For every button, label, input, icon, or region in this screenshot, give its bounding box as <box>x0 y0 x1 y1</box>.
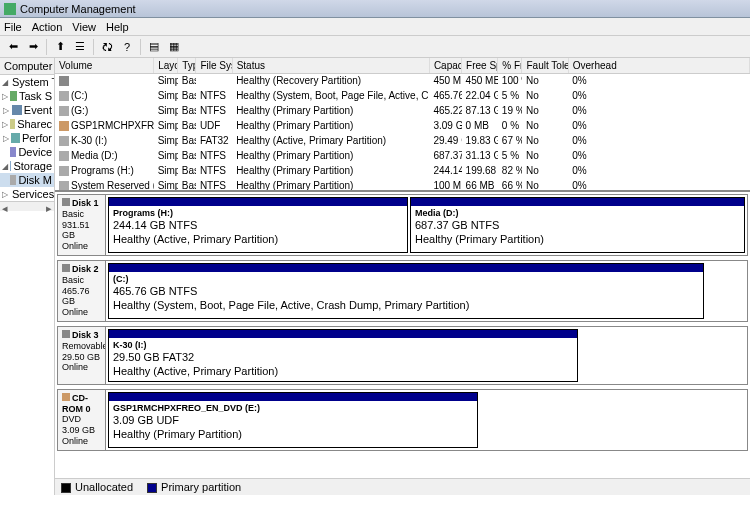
partition[interactable]: (C:)465.76 GB NTFSHealthy (System, Boot,… <box>108 263 704 319</box>
col-header[interactable]: Status <box>232 58 429 73</box>
tree-node[interactable]: ▷Event <box>0 103 54 117</box>
partition-status: Healthy (Primary Partition) <box>415 233 544 245</box>
node-icon <box>10 161 11 171</box>
partition-title: GSP1RMCHPXFREO_EN_DVD (E:) <box>113 403 260 413</box>
volume-icon <box>59 166 69 176</box>
view2-button[interactable]: ▦ <box>165 38 183 56</box>
partition[interactable]: K-30 (I:)29.50 GB FAT32Healthy (Active, … <box>108 329 578 382</box>
menu-action[interactable]: Action <box>32 21 63 33</box>
partition-size: 465.76 GB NTFS <box>113 285 197 297</box>
nav-tree[interactable]: Computer Ma ◢System To▷Task S▷Event▷Shar… <box>0 58 55 495</box>
tree-node[interactable]: ▷Services a <box>0 187 54 201</box>
volume-grid[interactable]: VolumeLayoutTypeFile SystemStatusCapacit… <box>55 58 750 190</box>
disk-header[interactable]: Disk 2Basic465.76 GBOnline <box>58 261 106 321</box>
node-label: Sharec <box>17 118 52 130</box>
menu-file[interactable]: File <box>4 21 22 33</box>
menu-view[interactable]: View <box>72 21 96 33</box>
menu-bar: File Action View Help <box>0 18 750 36</box>
volume-icon <box>59 91 69 101</box>
help-button[interactable]: ? <box>118 38 136 56</box>
node-label: Task S <box>19 90 52 102</box>
col-header[interactable]: % Free <box>498 58 522 73</box>
col-header[interactable]: File System <box>196 58 232 73</box>
col-header[interactable]: Layout <box>154 58 178 73</box>
volume-row[interactable]: (G:)SimpleBasicNTFSHealthy (Primary Part… <box>55 103 750 118</box>
disk-header[interactable]: CD-ROM 0DVD3.09 GBOnline <box>58 390 106 450</box>
node-icon <box>10 147 17 157</box>
node-label: Disk M <box>18 174 52 186</box>
node-label: Services a <box>12 188 54 200</box>
tree-node[interactable]: Device <box>0 145 54 159</box>
tree-node[interactable]: ▷Perfor <box>0 131 54 145</box>
expand-icon[interactable]: ▷ <box>2 134 9 143</box>
node-label: Device <box>18 146 52 158</box>
col-header[interactable]: Overhead <box>568 58 749 73</box>
legend: Unallocated Primary partition <box>55 478 750 495</box>
partition[interactable]: Media (D:)687.37 GB NTFSHealthy (Primary… <box>410 197 745 253</box>
node-icon <box>12 105 22 115</box>
partition-status: Healthy (Active, Primary Partition) <box>113 233 278 245</box>
partition-title: K-30 (I:) <box>113 340 147 350</box>
disk-map[interactable]: Disk 1Basic931.51 GBOnlinePrograms (H:)2… <box>55 190 750 478</box>
node-label: Storage <box>13 160 52 172</box>
volume-row[interactable]: GSP1RMCHPXFREO_EN_DVD (E:)SimpleBasicUDF… <box>55 118 750 133</box>
grid-header-row[interactable]: VolumeLayoutTypeFile SystemStatusCapacit… <box>55 58 750 73</box>
disk-icon <box>62 330 70 338</box>
tree-node[interactable]: ▷Task S <box>0 89 54 103</box>
col-header[interactable]: Type <box>178 58 196 73</box>
volume-row[interactable]: System Reserved (F:)SimpleBasicNTFSHealt… <box>55 178 750 190</box>
legend-swatch-primary <box>147 483 157 493</box>
volume-icon <box>59 106 69 116</box>
expand-icon[interactable]: ▷ <box>2 190 8 199</box>
tree-node[interactable]: ▷Sharec <box>0 117 54 131</box>
disk-header[interactable]: Disk 1Basic931.51 GBOnline <box>58 195 106 255</box>
col-header[interactable]: Fault Tolerance <box>522 58 568 73</box>
partition-bar <box>411 198 744 206</box>
partition-status: Healthy (Primary Partition) <box>113 428 242 440</box>
node-icon <box>10 119 15 129</box>
view1-button[interactable]: ▤ <box>145 38 163 56</box>
app-icon <box>4 3 16 15</box>
forward-button[interactable]: ➡ <box>24 38 42 56</box>
col-header[interactable]: Volume <box>55 58 154 73</box>
volume-row[interactable]: (C:)SimpleBasicNTFSHealthy (System, Boot… <box>55 88 750 103</box>
expand-icon[interactable]: ◢ <box>2 78 8 87</box>
volume-icon <box>59 136 69 146</box>
expand-icon[interactable]: ▷ <box>2 92 8 101</box>
tree-node[interactable]: ◢System To <box>0 75 54 89</box>
refresh-button[interactable]: 🗘 <box>98 38 116 56</box>
props-button[interactable]: ☰ <box>71 38 89 56</box>
partition-bar <box>109 393 477 401</box>
volume-row[interactable]: Media (D:)SimpleBasicNTFSHealthy (Primar… <box>55 148 750 163</box>
partition-bar <box>109 264 703 272</box>
tree-scrollbar[interactable]: ◂▸ <box>0 201 54 211</box>
partition-bar <box>109 330 577 338</box>
volume-row[interactable]: SimpleBasicHealthy (Recovery Partition)4… <box>55 73 750 88</box>
partition[interactable]: GSP1RMCHPXFREO_EN_DVD (E:)3.09 GB UDFHea… <box>108 392 478 448</box>
partition-title: (C:) <box>113 274 129 284</box>
col-header[interactable]: Capacity <box>429 58 461 73</box>
volume-row[interactable]: K-30 (I:)SimpleBasicFAT32Healthy (Active… <box>55 133 750 148</box>
volume-icon <box>59 121 69 131</box>
disk-header[interactable]: Disk 3Removable29.50 GBOnline <box>58 327 106 384</box>
partition[interactable]: Programs (H:)244.14 GB NTFSHealthy (Acti… <box>108 197 408 253</box>
toolbar: ⬅ ➡ ⬆ ☰ 🗘 ? ▤ ▦ <box>0 36 750 58</box>
partition-size: 3.09 GB UDF <box>113 414 179 426</box>
partition-status: Healthy (Active, Primary Partition) <box>113 365 278 377</box>
node-label: System To <box>12 76 54 88</box>
expand-icon[interactable]: ▷ <box>2 120 8 129</box>
partition-size: 687.37 GB NTFS <box>415 219 499 231</box>
partition-size: 29.50 GB FAT32 <box>113 351 194 363</box>
window-title: Computer Management <box>20 3 136 15</box>
menu-help[interactable]: Help <box>106 21 129 33</box>
back-button[interactable]: ⬅ <box>4 38 22 56</box>
legend-label-primary: Primary partition <box>161 481 241 493</box>
expand-icon[interactable]: ◢ <box>2 162 8 171</box>
volume-icon <box>59 151 69 161</box>
up-button[interactable]: ⬆ <box>51 38 69 56</box>
expand-icon[interactable]: ▷ <box>2 106 10 115</box>
volume-row[interactable]: Programs (H:)SimpleBasicNTFSHealthy (Pri… <box>55 163 750 178</box>
tree-node[interactable]: ◢Storage <box>0 159 54 173</box>
tree-node[interactable]: Disk M <box>0 173 54 187</box>
col-header[interactable]: Free Space <box>462 58 498 73</box>
